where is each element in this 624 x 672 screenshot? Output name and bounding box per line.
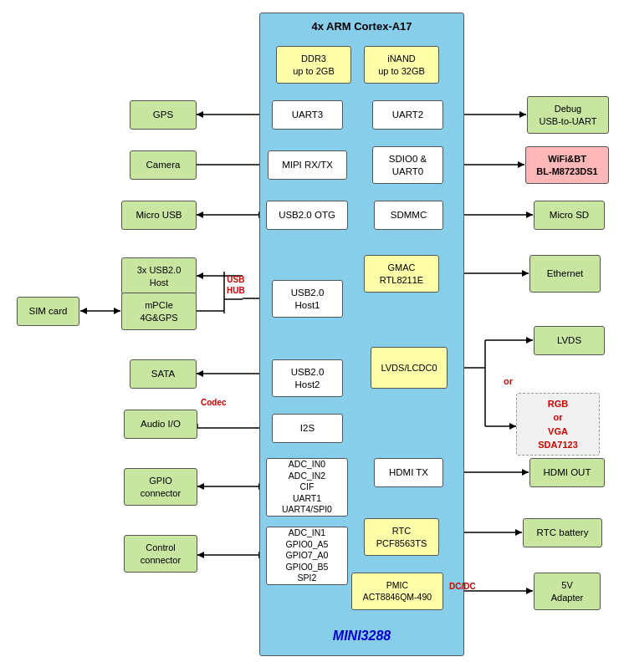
rtcbattery-label: RTC battery [537, 527, 589, 539]
rgbvga-box: RGBorVGASDA7123 [516, 393, 600, 456]
usb2otg-label: USB2.0 OTG [279, 209, 335, 221]
uart2-label: UART2 [392, 109, 424, 121]
5vadapter-label: 5VAdapter [551, 579, 584, 603]
mini3288-title: MINI3288 [259, 629, 464, 644]
microusb-box: Micro USB [121, 201, 197, 230]
uart2-box: UART2 [372, 100, 443, 130]
svg-marker-10 [519, 111, 526, 118]
svg-marker-13 [518, 161, 524, 168]
usb2host1-label: USB2.0Host1 [291, 287, 325, 312]
or-label: or [504, 376, 513, 386]
uart3-box: UART3 [272, 100, 343, 130]
simcard-box: SIM card [17, 297, 79, 326]
audioio-label: Audio I/O [141, 418, 181, 430]
svg-marker-1 [197, 111, 203, 118]
usb-hub-label: USBHUB [227, 274, 245, 296]
adc-group1-box: ADC_IN0ADC_IN2CIFUART1UART4/SPI0 [266, 458, 348, 517]
microusb-label: Micro USB [136, 209, 182, 221]
svg-marker-28 [197, 370, 203, 377]
svg-marker-52 [515, 529, 522, 536]
debug-box: DebugUSB-to-UART [527, 96, 609, 134]
svg-marker-49 [522, 469, 529, 476]
center-title: 4x ARM Cortex-A17 [260, 13, 463, 39]
pmic-label: PMICACT8846QM-490 [363, 580, 432, 603]
simcard-label: SIM card [28, 305, 67, 318]
audioio-box: Audio I/O [124, 410, 197, 439]
rgbvga-label: RGBorVGASDA7123 [538, 397, 578, 452]
wifibt-label: WiFi&BTBL-M8723DS1 [536, 153, 597, 177]
usb2host2-box: USB2.0Host2 [272, 359, 343, 397]
inand-label: iNANDup to 32GB [378, 53, 425, 77]
ethernet-box: Ethernet [529, 255, 601, 293]
lvds-label: LVDS [557, 334, 581, 347]
gps-box: GPS [130, 100, 197, 130]
camera-box: Camera [130, 150, 197, 180]
adc-group2-box: ADC_IN1GPIO0_A5GPIO7_A0GPIO0_B5SPI2 [266, 527, 348, 585]
lvdslcdc0-label: LVDS/LCDC0 [381, 362, 437, 374]
rtcbattery-box: RTC battery [523, 518, 602, 547]
svg-marker-46 [509, 423, 516, 430]
codec-label: Codec [201, 398, 227, 407]
sdmmc-box: SDMMC [374, 201, 443, 230]
svg-marker-33 [197, 483, 204, 490]
gpio-label: GPIOconnector [141, 475, 181, 499]
microsd-box: Micro SD [534, 201, 605, 230]
hdmiout-box: HDMI OUT [529, 458, 605, 487]
control-label: Controlconnector [141, 542, 181, 566]
mipi-box: MIPI RX/TX [268, 150, 347, 180]
rtc-box: RTCPCF8563TS [364, 518, 439, 556]
gpio-box: GPIOconnector [124, 468, 197, 506]
microsd-label: Micro SD [550, 209, 589, 221]
hdmitx-box: HDMI TX [374, 458, 443, 487]
gmac-box: GMACRTL8211E [364, 255, 439, 293]
ddr3-box: DDR3up to 2GB [276, 46, 351, 84]
camera-label: Camera [146, 159, 181, 171]
svg-marker-40 [522, 270, 529, 277]
hdmiout-label: HDMI OUT [544, 466, 591, 479]
svg-marker-36 [197, 552, 204, 558]
adc-group2-label: ADC_IN1GPIO0_A5GPIO7_A0GPIO0_B5SPI2 [286, 527, 329, 584]
usb2otg-box: USB2.0 OTG [266, 201, 348, 230]
pmic-box: PMICACT8846QM-490 [351, 573, 443, 610]
usb3host-box: 3x USB2.0Host [121, 257, 197, 295]
svg-marker-24 [80, 308, 87, 314]
hdmitx-label: HDMI TX [389, 466, 428, 479]
usb3host-label: 3x USB2.0Host [137, 264, 182, 288]
mpcie-box: mPCIe4G&GPS [121, 293, 197, 330]
5vadapter-box: 5VAdapter [534, 573, 601, 610]
svg-marker-44 [526, 337, 533, 344]
mpcie-label: mPCIe4G&GPS [140, 299, 177, 323]
uart3-label: UART3 [292, 109, 324, 121]
gps-label: GPS [153, 109, 173, 121]
svg-marker-16 [526, 211, 533, 218]
usb2host1-box: USB2.0Host1 [272, 280, 343, 318]
rtc-label: RTCPCF8563TS [376, 525, 427, 549]
dcdc-label: DC/DC [449, 582, 476, 591]
sdio0-box: SDIO0 &UART0 [372, 146, 443, 184]
svg-marker-21 [197, 272, 203, 279]
inand-box: iNANDup to 32GB [364, 46, 439, 84]
debug-label: DebugUSB-to-UART [540, 103, 597, 127]
i2s-label: I2S [300, 422, 315, 435]
ethernet-label: Ethernet [547, 267, 583, 280]
svg-marker-55 [526, 588, 533, 594]
sdio0-label: SDIO0 &UART0 [389, 153, 427, 178]
control-box: Controlconnector [124, 535, 197, 573]
sdmmc-label: SDMMC [391, 209, 427, 221]
sata-label: SATA [151, 368, 175, 380]
adc-group1-label: ADC_IN0ADC_IN2CIFUART1UART4/SPI0 [282, 459, 332, 516]
i2s-box: I2S [272, 414, 343, 443]
wifibt-box: WiFi&BTBL-M8723DS1 [525, 146, 609, 184]
diagram-container: 4x ARM Cortex-A17 DDR3up to 2GB iNANDup … [0, 0, 624, 672]
mipi-label: MIPI RX/TX [282, 159, 333, 171]
usb2host2-label: USB2.0Host2 [291, 366, 325, 391]
sata-box: SATA [130, 359, 197, 389]
ddr3-label: DDR3up to 2GB [293, 53, 335, 77]
lvds-box: LVDS [534, 326, 605, 355]
lvdslcdc0-box: LVDS/LCDC0 [371, 347, 448, 389]
svg-marker-6 [197, 211, 203, 218]
gmac-label: GMACRTL8211E [380, 262, 423, 286]
svg-marker-25 [114, 308, 120, 314]
